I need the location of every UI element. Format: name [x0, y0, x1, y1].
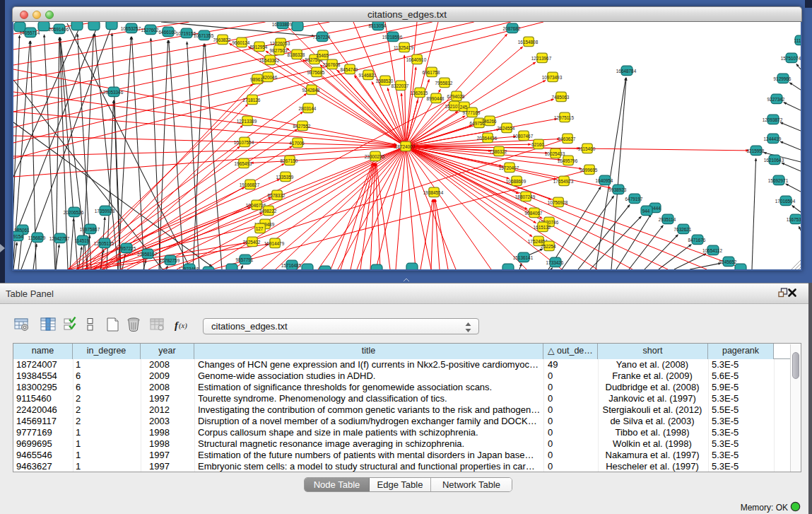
svg-text:7357224: 7357224 [313, 35, 331, 40]
svg-text:10688609: 10688609 [506, 179, 526, 184]
svg-text:9827503: 9827503 [270, 48, 288, 53]
svg-text:19975867: 19975867 [80, 227, 100, 232]
svg-text:9875685: 9875685 [307, 70, 325, 75]
svg-text:16033809: 16033809 [272, 22, 293, 27]
svg-text:7663822: 7663822 [213, 37, 231, 42]
svg-text:12505135: 12505135 [94, 241, 114, 246]
svg-text:1733426: 1733426 [546, 260, 564, 265]
svg-text:9777169: 9777169 [463, 110, 481, 115]
svg-text:1335359: 1335359 [276, 175, 294, 180]
svg-text:6794028: 6794028 [447, 94, 465, 99]
svg-text:8267150: 8267150 [281, 158, 298, 163]
svg-text:9129966: 9129966 [774, 76, 792, 81]
svg-text:1156829: 1156829 [28, 235, 46, 240]
svg-text:19166827: 19166827 [240, 182, 260, 187]
svg-text:39154: 39154 [13, 234, 23, 239]
svg-text:1167533: 1167533 [787, 217, 801, 222]
svg-text:17359928: 17359928 [95, 209, 115, 214]
svg-text:127: 127 [256, 226, 264, 231]
svg-text:10671355: 10671355 [194, 33, 214, 38]
svg-text:16543362: 16543362 [259, 58, 280, 63]
svg-text:7625402: 7625402 [243, 240, 261, 245]
svg-text:9084067: 9084067 [525, 211, 543, 216]
svg-text:98961: 98961 [250, 77, 263, 82]
svg-text:17654923: 17654923 [553, 179, 574, 184]
svg-text:9245652: 9245652 [719, 259, 737, 264]
svg-text:19218596: 19218596 [382, 35, 403, 40]
svg-text:23300235: 23300235 [365, 154, 385, 159]
svg-text:2718126: 2718126 [243, 98, 261, 103]
svg-text:16914479: 16914479 [264, 241, 285, 246]
svg-text:15751074: 15751074 [781, 56, 801, 61]
svg-text:9115460: 9115460 [578, 146, 596, 151]
svg-text:62160: 62160 [531, 142, 544, 147]
svg-text:8990448: 8990448 [427, 96, 445, 101]
svg-text:7955812: 7955812 [435, 81, 453, 86]
svg-text:245: 245 [460, 105, 468, 110]
svg-text:12975115: 12975115 [554, 115, 574, 120]
svg-text:6479197: 6479197 [625, 197, 643, 201]
svg-text:11325419: 11325419 [394, 45, 413, 50]
svg-text:16210643: 16210643 [764, 158, 784, 163]
svg-text:12213967: 12213967 [531, 56, 552, 61]
svg-text:20691406: 20691406 [49, 27, 69, 32]
svg-text:16782759: 16782759 [160, 258, 180, 263]
svg-text:15720407: 15720407 [499, 165, 519, 170]
svg-text:10654112: 10654112 [702, 248, 722, 253]
svg-text:10107554: 10107554 [234, 140, 254, 145]
svg-text:17957225: 17957225 [116, 246, 136, 251]
svg-text:8678332: 8678332 [268, 193, 286, 198]
svg-text:10653257: 10653257 [121, 26, 141, 31]
svg-text:9857791: 9857791 [236, 257, 254, 262]
svg-text:8322037: 8322037 [392, 83, 409, 88]
svg-text:20206526: 20206526 [64, 210, 84, 215]
svg-text:252254: 252254 [541, 244, 556, 249]
svg-text:417006: 417006 [289, 141, 305, 146]
svg-text:18807249: 18807249 [515, 194, 536, 199]
svg-text:12942757: 12942757 [49, 236, 70, 241]
svg-text:14055714: 14055714 [20, 30, 40, 35]
svg-text:9146821: 9146821 [359, 73, 377, 78]
svg-text:8813054: 8813054 [369, 23, 387, 28]
svg-text:12213389: 12213389 [237, 119, 257, 124]
svg-text:8454749: 8454749 [341, 67, 358, 72]
svg-text:10973493: 10973493 [542, 75, 563, 80]
svg-text:19384554: 19384554 [423, 190, 444, 195]
svg-text:(x): (x) [179, 322, 187, 330]
svg-text:1615132: 1615132 [534, 225, 551, 230]
svg-text:12923468: 12923468 [179, 267, 199, 270]
svg-text:12226053: 12226053 [270, 41, 290, 46]
svg-text:15136141: 15136141 [513, 255, 534, 260]
svg-text:1527602: 1527602 [141, 28, 159, 33]
svg-text:16640910: 16640910 [406, 57, 427, 62]
svg-text:16648784: 16648784 [616, 69, 637, 74]
svg-text:1588520: 1588520 [376, 78, 394, 83]
svg-text:16495796: 16495796 [558, 158, 578, 163]
svg-text:8471676: 8471676 [688, 238, 706, 243]
svg-text:7386322: 7386322 [490, 149, 507, 154]
svg-text:10046736: 10046736 [246, 203, 266, 208]
svg-text:10025433: 10025433 [545, 151, 565, 156]
svg-text:10958107: 10958107 [137, 252, 158, 257]
svg-text:15692971: 15692971 [768, 178, 789, 183]
svg-text:8186328: 8186328 [288, 52, 305, 57]
svg-text:3498222: 3498222 [259, 209, 277, 214]
svg-text:2087682: 2087682 [503, 26, 521, 31]
svg-text:20364436: 20364436 [477, 136, 498, 141]
svg-text:9227342: 9227342 [767, 97, 785, 102]
svg-text:8427552: 8427552 [293, 124, 311, 129]
svg-text:7632621: 7632621 [674, 227, 692, 232]
svg-text:3624554: 3624554 [498, 126, 515, 131]
svg-text:2935114: 2935114 [659, 217, 676, 222]
svg-text:746266: 746266 [481, 119, 497, 124]
svg-text:8912954: 8912954 [250, 45, 268, 49]
svg-text:17016504: 17016504 [775, 199, 796, 204]
svg-text:9938923: 9938923 [609, 187, 627, 192]
svg-text:9463627: 9463627 [558, 136, 576, 141]
svg-text:1965493: 1965493 [235, 161, 252, 166]
svg-text:944: 944 [642, 209, 650, 214]
svg-text:1244419: 1244419 [764, 136, 782, 141]
svg-text:7485063: 7485063 [552, 95, 570, 100]
svg-text:9660124: 9660124 [233, 40, 250, 45]
svg-text:12093872: 12093872 [763, 117, 783, 122]
